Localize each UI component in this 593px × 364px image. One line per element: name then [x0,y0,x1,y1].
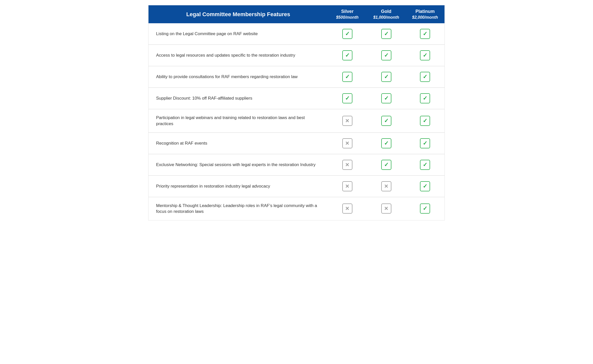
check-icon: ✓ [381,50,391,60]
silver-tier-price: $500/month [330,15,364,20]
check-icon: ✓ [381,160,391,170]
platinum-check-row-8: ✓ [406,197,444,220]
feature-label: Exclusive Networking: Special sessions w… [149,154,328,175]
gold-tier-price: $1,000/month [369,15,403,20]
feature-label: Recognition at RAF events [149,132,328,154]
gold-check-row-8: ✕ [367,197,406,220]
check-icon: ✓ [420,181,430,191]
table-row: Mentorship & Thought Leadership: Leaders… [149,197,444,220]
silver-check-row-4: ✕ [328,109,367,133]
check-icon: ✓ [420,72,430,82]
platinum-check-row-3: ✓ [406,88,444,109]
gold-check-row-2: ✓ [367,66,406,88]
platinum-tier-price: $2,000/month [408,15,442,20]
table-row: Ability to provide consultations for RAF… [149,66,444,88]
feature-label: Access to legal resources and updates sp… [149,45,328,66]
check-icon: ✓ [420,29,430,39]
feature-label: Priority representation in restoration i… [149,175,328,197]
gold-check-row-5: ✓ [367,132,406,154]
platinum-check-row-2: ✓ [406,66,444,88]
table-row: Listing on the Legal Committee page on R… [149,23,444,45]
cross-icon: ✕ [381,181,391,191]
cross-icon: ✕ [381,203,391,214]
table-title-cell: Legal Committee Membership Features [149,5,328,23]
check-icon: ✓ [342,72,352,82]
check-icon: ✓ [381,138,391,148]
gold-check-row-4: ✓ [367,109,406,133]
cross-icon: ✕ [342,181,352,191]
check-icon: ✓ [420,50,430,60]
gold-check-row-0: ✓ [367,23,406,45]
gold-check-row-3: ✓ [367,88,406,109]
cross-icon: ✕ [342,138,352,148]
gold-header: Gold $1,000/month [367,5,406,23]
check-icon: ✓ [342,50,352,60]
check-icon: ✓ [420,203,430,214]
table-row: Priority representation in restoration i… [149,175,444,197]
feature-label: Mentorship & Thought Leadership: Leaders… [149,197,328,220]
feature-label: Participation in legal webinars and trai… [149,109,328,133]
silver-check-row-7: ✕ [328,175,367,197]
platinum-check-row-0: ✓ [406,23,444,45]
platinum-header: Platinum $2,000/month [406,5,444,23]
cross-icon: ✕ [342,203,352,214]
feature-label: Supplier Discount: 10% off RAF-affiliate… [149,88,328,109]
check-icon: ✓ [420,93,430,103]
check-icon: ✓ [420,138,430,148]
check-icon: ✓ [381,72,391,82]
platinum-tier-name: Platinum [408,9,442,14]
silver-check-row-8: ✕ [328,197,367,220]
gold-tier-name: Gold [369,9,403,14]
platinum-check-row-1: ✓ [406,45,444,66]
feature-label: Listing on the Legal Committee page on R… [149,23,328,45]
table-row: Exclusive Networking: Special sessions w… [149,154,444,175]
platinum-check-row-7: ✓ [406,175,444,197]
gold-check-row-7: ✕ [367,175,406,197]
platinum-check-row-4: ✓ [406,109,444,133]
table-row: Recognition at RAF events✕✓✓ [149,132,444,154]
silver-check-row-3: ✓ [328,88,367,109]
check-icon: ✓ [420,116,430,126]
gold-check-row-6: ✓ [367,154,406,175]
table-row: Access to legal resources and updates sp… [149,45,444,66]
silver-tier-name: Silver [330,9,364,14]
table-row: Supplier Discount: 10% off RAF-affiliate… [149,88,444,109]
cross-icon: ✕ [342,160,352,170]
silver-check-row-2: ✓ [328,66,367,88]
check-icon: ✓ [381,93,391,103]
check-icon: ✓ [381,29,391,39]
cross-icon: ✕ [342,116,352,126]
silver-check-row-0: ✓ [328,23,367,45]
check-icon: ✓ [342,93,352,103]
feature-label: Ability to provide consultations for RAF… [149,66,328,88]
platinum-check-row-6: ✓ [406,154,444,175]
check-icon: ✓ [420,160,430,170]
header-row: Legal Committee Membership Features Silv… [149,5,444,23]
check-icon: ✓ [381,116,391,126]
silver-check-row-5: ✕ [328,132,367,154]
table-row: Participation in legal webinars and trai… [149,109,444,133]
gold-check-row-1: ✓ [367,45,406,66]
table-title: Legal Committee Membership Features [186,11,290,17]
silver-header: Silver $500/month [328,5,367,23]
check-icon: ✓ [342,29,352,39]
platinum-check-row-5: ✓ [406,132,444,154]
silver-check-row-6: ✕ [328,154,367,175]
silver-check-row-1: ✓ [328,45,367,66]
